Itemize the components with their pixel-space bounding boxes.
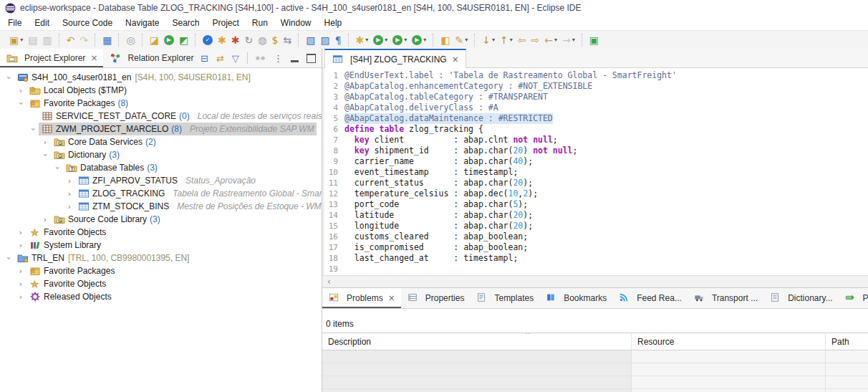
expander-closed-icon[interactable]: › xyxy=(64,176,75,186)
lock-object-button[interactable]: ◍ xyxy=(256,32,269,48)
expander-closed-icon[interactable]: › xyxy=(15,292,26,302)
coverage-button[interactable]: ▶▾ xyxy=(410,32,428,48)
debug-spark-button[interactable]: ✱ xyxy=(216,32,228,48)
tab-templates[interactable]: Templates xyxy=(470,288,539,308)
open-type-button[interactable]: ◧ xyxy=(438,32,452,48)
tree-item-ztm-stock-bins[interactable]: ›ZTM_STOCK_BINSMestre de Posições de Est… xyxy=(0,200,322,213)
tab-transport[interactable]: Transport ... xyxy=(688,288,763,308)
code-line-6[interactable]: 6define table zlog_tracking { xyxy=(322,124,868,135)
new-wizard-button[interactable]: ▣▾ xyxy=(7,32,25,48)
code-line-13[interactable]: 13 port_code : abap.char(5); xyxy=(322,199,868,210)
expander-open-icon[interactable]: › xyxy=(4,72,14,83)
expander-closed-icon[interactable]: › xyxy=(15,279,26,289)
debug-button[interactable]: ✱▾ xyxy=(354,32,371,48)
run-history-button[interactable]: ▶▾ xyxy=(390,32,409,48)
code-line-5[interactable]: 5@AbapCatalog.dataMaintenance : #RESTRIC… xyxy=(322,113,868,124)
focus-on-active-task-button[interactable]: ●● xyxy=(256,56,266,61)
undo-button[interactable]: ↶ xyxy=(64,32,77,48)
forward-history-button[interactable]: ⇨ xyxy=(529,32,542,48)
menu-help[interactable]: Help xyxy=(318,16,349,29)
back-button[interactable]: ←▾ xyxy=(542,32,559,48)
tree-item-zwm-project-marcelo[interactable]: ›ZWM_PROJECT_MARCELO(8)Projeto Extensibi… xyxy=(0,123,322,135)
expander-open-icon[interactable]: › xyxy=(53,162,62,173)
tab-bookmarks[interactable]: Bookmarks xyxy=(539,288,612,308)
expander-open-icon[interactable]: › xyxy=(29,123,38,135)
tree-item-zlog-tracking[interactable]: ›ZLOG_TRACKINGTabela de Rastreamento Glo… xyxy=(0,187,322,200)
open-declaration-button[interactable]: ▧ xyxy=(304,32,317,48)
code-line-9[interactable]: 9 carrier_name : abap.char(40); xyxy=(322,156,868,167)
tree-item-zfi-aprov-status[interactable]: ›ZFI_APROV_STATUSStatus_Aprovação xyxy=(0,174,322,187)
tab-problems[interactable]: Problems× xyxy=(322,288,401,308)
forward-button[interactable]: →▾ xyxy=(560,32,577,48)
save-button[interactable]: ▤ xyxy=(26,32,39,48)
expander-closed-icon[interactable]: › xyxy=(15,267,26,276)
tab-s4h-zlog-tracking[interactable]: [S4H] ZLOG_TRACKING× xyxy=(324,49,466,68)
maximize-icon[interactable] xyxy=(307,54,316,63)
code-line-10[interactable]: 10 event_timestamp : timestampl; xyxy=(322,167,868,178)
code-line-3[interactable]: 3@AbapCatalog.tableCategory : #TRANSPARE… xyxy=(322,92,868,102)
code-line-19[interactable]: 19 xyxy=(322,264,868,274)
tree-item-favorite-packages[interactable]: ›★Favorite Packages xyxy=(0,264,322,277)
tree-item-s4h-100-s4user0181-en[interactable]: ›S4H_100_s4user0181_en[S4H, 100, S4USER0… xyxy=(0,71,322,84)
tree-item-dictionary[interactable]: ›GDictionary(3) xyxy=(0,148,322,161)
menu-search[interactable]: Search xyxy=(165,16,206,29)
close-tab-icon[interactable]: × xyxy=(452,54,459,64)
tree-item-local-objects-tmp[interactable]: ›★Local Objects ($TMP) xyxy=(0,84,322,97)
show-documentation-button[interactable]: ▨ xyxy=(318,32,332,48)
expander-closed-icon[interactable]: › xyxy=(64,202,75,211)
tree-item-trl-en[interactable]: ›TRL_EN[TRL, 100, CB9980001395, EN] xyxy=(0,252,322,264)
code-line-7[interactable]: 7 key client : abap.clnt not null; xyxy=(322,135,868,145)
expander-closed-icon[interactable]: › xyxy=(15,241,26,250)
menu-run[interactable]: Run xyxy=(246,16,274,29)
next-annotation-button[interactable]: ↓▾ xyxy=(480,32,497,48)
toggle-whitespace-button[interactable]: ¶ xyxy=(333,32,344,48)
tree-item-source-code-library[interactable]: ›GSource Code Library(3) xyxy=(0,213,322,226)
mass-activation-button[interactable]: ✱ xyxy=(229,32,242,48)
tree-item-core-data-services[interactable]: ›GCore Data Services(2) xyxy=(0,135,322,148)
tree-item-database-tables[interactable]: ›TDatabase Tables(3) xyxy=(0,161,322,174)
editor-horizontal-scrollbar[interactable]: ‹ xyxy=(322,275,868,287)
tab-relation-explorer[interactable]: Relation Explorer xyxy=(103,49,199,67)
transport-organizer-button[interactable]: $ xyxy=(270,32,281,48)
code-line-1[interactable]: 1@EndUserText.label : 'Tabela de Rastrea… xyxy=(322,70,868,81)
expander-closed-icon[interactable]: › xyxy=(64,189,75,199)
expander-closed-icon[interactable]: › xyxy=(39,215,51,224)
code-line-8[interactable]: 8 key shipment_id : abap.char(20) not nu… xyxy=(322,145,868,156)
redo-button[interactable]: ↷ xyxy=(77,32,90,48)
view-menu-button[interactable]: ⋮ xyxy=(274,54,283,63)
expander-open-icon[interactable]: › xyxy=(16,97,26,109)
pin-editor-button[interactable]: ◎ xyxy=(124,32,137,48)
code-line-15[interactable]: 15 longitude : abap.char(20); xyxy=(322,221,868,231)
expander-closed-icon[interactable]: › xyxy=(15,228,26,237)
minimize-icon[interactable] xyxy=(291,54,299,62)
menu-edit[interactable]: Edit xyxy=(28,16,56,29)
column-header-description[interactable]: Description xyxy=(322,333,632,350)
code-line-11[interactable]: 11 current_status : abap.char(20); xyxy=(322,178,868,188)
code-line-14[interactable]: 14 latitude : abap.char(20); xyxy=(322,210,868,221)
activate-multiple-button[interactable]: ◩ xyxy=(177,32,191,48)
tree-item-favorite-objects[interactable]: ›★Favorite Objects xyxy=(0,277,322,290)
scroll-left-arrow-icon[interactable]: ‹ xyxy=(322,277,331,287)
code-editor[interactable]: 1@EndUserText.label : 'Tabela de Rastrea… xyxy=(322,68,868,275)
expander-open-icon[interactable]: › xyxy=(4,252,14,264)
tab-dictionary[interactable]: Dictionary... xyxy=(763,288,838,308)
check-abap-object-button[interactable]: ✓ xyxy=(201,32,215,48)
menu-project[interactable]: Project xyxy=(206,16,245,29)
expander-closed-icon[interactable]: › xyxy=(39,138,51,147)
annotate-button[interactable]: ✎▾ xyxy=(453,32,471,48)
code-line-17[interactable]: 17 is_compromised : abap_boolean; xyxy=(322,242,868,253)
pin-editor-window-button[interactable]: ▣ xyxy=(587,32,601,48)
close-tab-icon[interactable]: × xyxy=(90,53,97,63)
expander-closed-icon[interactable]: › xyxy=(15,86,26,95)
tab-properties[interactable]: Properties xyxy=(401,288,471,308)
column-header-resource[interactable]: Resource xyxy=(632,333,826,350)
activate-button[interactable]: ▶ xyxy=(162,32,176,48)
menu-navigate[interactable]: Navigate xyxy=(119,16,165,29)
link-with-editor-button[interactable]: ⇄ xyxy=(216,54,224,63)
code-line-18[interactable]: 18 last_changed_at : timestampl; xyxy=(322,253,868,264)
menu-source-code[interactable]: Source Code xyxy=(56,16,119,29)
code-line-4[interactable]: 4@AbapCatalog.deliveryClass : #A xyxy=(322,102,868,113)
tree-item-system-library[interactable]: ›System Library xyxy=(0,239,322,252)
tree-item-favorite-packages[interactable]: ›★Favorite Packages(8) xyxy=(0,97,322,110)
where-used-list-button[interactable]: ⇆ xyxy=(281,32,294,48)
